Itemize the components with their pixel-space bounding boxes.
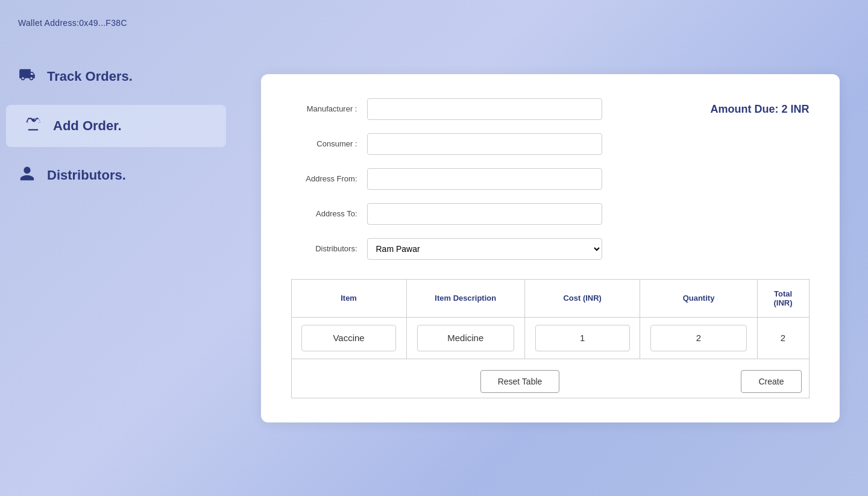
item-description-input[interactable] [417, 325, 514, 351]
address-from-row: Address From: [291, 168, 711, 190]
distributors-select[interactable]: Ram Pawar Suresh Kumar Priya Singh [367, 238, 602, 260]
form-top-row: Manufacturer : Consumer : Address From: … [291, 98, 810, 273]
reset-table-button[interactable]: Reset Table [480, 370, 560, 393]
wallet-address: Wallet Address:0x49...F38C [0, 12, 232, 52]
sidebar-item-label-track-orders: Track Orders. [47, 69, 133, 84]
consumer-input[interactable] [367, 133, 602, 155]
distributors-label: Distributors: [291, 244, 357, 253]
col-header-item: Item [291, 279, 406, 317]
manufacturer-input[interactable] [367, 98, 602, 120]
cell-cost-inr [524, 317, 640, 359]
table-actions: Reset Table Create [291, 359, 810, 398]
col-header-total-inr: Total (INR) [757, 279, 809, 317]
manufacturer-row: Manufacturer : [291, 98, 711, 120]
address-to-input[interactable] [367, 203, 602, 225]
cell-item-description [406, 317, 524, 359]
consumer-row: Consumer : [291, 133, 711, 155]
col-header-item-description: Item Description [406, 279, 524, 317]
cell-quantity [640, 317, 757, 359]
address-to-label: Address To: [291, 209, 357, 218]
quantity-input[interactable] [650, 325, 746, 351]
cell-item [291, 317, 406, 359]
sidebar-item-distributors[interactable]: Distributors. [0, 154, 232, 196]
person-icon [18, 165, 36, 186]
amount-due: Amount Due: 2 INR [711, 98, 810, 116]
table-row: 2 [291, 317, 809, 359]
truck-icon [18, 66, 36, 87]
form-fields: Manufacturer : Consumer : Address From: … [291, 98, 711, 273]
item-input[interactable] [301, 325, 396, 351]
col-header-quantity: Quantity [640, 279, 757, 317]
order-table: Item Item Description Cost (INR) Quantit… [291, 279, 810, 359]
sidebar-item-label-add-order: Add Order. [53, 118, 122, 134]
cell-total-inr: 2 [757, 317, 809, 359]
sidebar: Wallet Address:0x49...F38C Track Orders.… [0, 0, 232, 496]
distributors-row: Distributors: Ram Pawar Suresh Kumar Pri… [291, 238, 711, 260]
consumer-label: Consumer : [291, 139, 357, 148]
order-form-card: Manufacturer : Consumer : Address From: … [261, 74, 840, 422]
main-content: Manufacturer : Consumer : Address From: … [232, 0, 868, 496]
sidebar-item-add-order[interactable]: Add Order. [6, 105, 226, 147]
col-header-cost-inr: Cost (INR) [524, 279, 640, 317]
manufacturer-label: Manufacturer : [291, 104, 357, 113]
create-button[interactable]: Create [741, 370, 801, 393]
table-actions-right: Create [741, 370, 801, 393]
cost-inr-input[interactable] [535, 325, 630, 351]
address-from-input[interactable] [367, 168, 602, 190]
table-header-row: Item Item Description Cost (INR) Quantit… [291, 279, 809, 317]
shirt-icon [24, 116, 42, 136]
address-to-row: Address To: [291, 203, 711, 225]
sidebar-item-label-distributors: Distributors. [47, 168, 126, 183]
sidebar-item-track-orders[interactable]: Track Orders. [0, 55, 232, 98]
address-from-label: Address From: [291, 174, 357, 183]
